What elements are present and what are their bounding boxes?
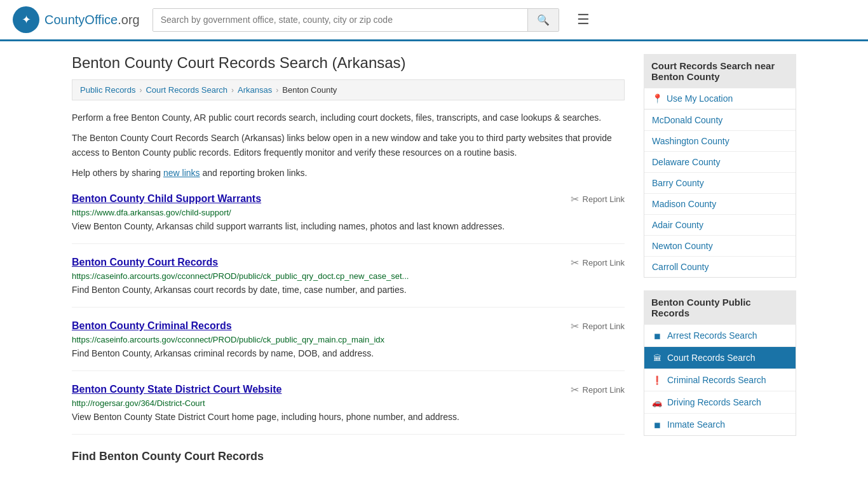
rec-icon-0: ◼: [652, 331, 662, 341]
use-location-link[interactable]: 📍 Use My Location: [644, 88, 796, 109]
rec-label-4: Inmate Search: [667, 419, 725, 430]
public-records-section: Benton County Public Records ◼ Arrest Re…: [644, 290, 796, 436]
rec-icon-2: ❗: [652, 376, 662, 385]
result-item: Benton County Court Records ✂ Report Lin…: [72, 257, 625, 308]
rec-icon-1: 🏛: [652, 353, 662, 363]
public-record-link-2[interactable]: ❗ Criminal Records Search: [644, 369, 796, 391]
result-url-1[interactable]: https://caseinfo.arcourts.gov/cconnect/P…: [72, 271, 625, 281]
result-title-2[interactable]: Benton County Criminal Records: [72, 320, 232, 332]
result-header: Benton County Court Records ✂ Report Lin…: [72, 257, 625, 269]
public-record-link-1[interactable]: 🏛 Court Records Search: [644, 347, 796, 369]
location-icon: 📍: [652, 93, 663, 104]
nearby-section: Court Records Search near Benton County …: [644, 54, 796, 278]
nearby-county-link-1[interactable]: Washington County: [644, 131, 796, 151]
result-desc-3: View Benton County State District Court …: [72, 410, 625, 424]
nearby-county-link-6[interactable]: Newton County: [644, 236, 796, 256]
report-link-label: Report Link: [583, 194, 625, 204]
rec-icon-4: ◼: [652, 420, 662, 430]
report-link-button-3[interactable]: ✂ Report Link: [571, 384, 625, 396]
nearby-county-item[interactable]: McDonald County: [644, 110, 796, 131]
sidebar: Court Records Search near Benton County …: [644, 54, 796, 463]
public-record-item[interactable]: ◼ Inmate Search: [644, 414, 796, 435]
result-header: Benton County Criminal Records ✂ Report …: [72, 320, 625, 332]
breadcrumb-sep-2: ›: [231, 86, 234, 95]
nearby-county-item[interactable]: Adair County: [644, 215, 796, 236]
nearby-county-item[interactable]: Carroll County: [644, 257, 796, 277]
use-location-label: Use My Location: [667, 93, 733, 104]
nearby-county-link-2[interactable]: Delaware County: [644, 152, 796, 172]
site-logo[interactable]: ✦ CountyOffice.org: [13, 6, 140, 33]
nearby-county-item[interactable]: Newton County: [644, 236, 796, 257]
report-icon: ✂: [571, 320, 579, 332]
result-header: Benton County State District Court Websi…: [72, 384, 625, 396]
breadcrumb-benton: Benton County: [282, 85, 337, 95]
public-record-item[interactable]: ❗ Criminal Records Search: [644, 369, 796, 391]
breadcrumb-court-records[interactable]: Court Records Search: [146, 85, 227, 95]
report-icon: ✂: [571, 257, 579, 269]
result-item: Benton County State District Court Websi…: [72, 384, 625, 435]
report-icon: ✂: [571, 384, 579, 396]
result-url-2[interactable]: https://caseinfo.arcourts.gov/cconnect/P…: [72, 335, 625, 344]
result-desc-0: View Benton County, Arkansas child suppo…: [72, 220, 625, 233]
nearby-county-link-5[interactable]: Adair County: [644, 215, 796, 235]
public-record-item[interactable]: ◼ Arrest Records Search: [644, 325, 796, 347]
public-record-item[interactable]: 🏛 Court Records Search: [644, 347, 796, 369]
result-item: Benton County Child Support Warrants ✂ R…: [72, 193, 625, 244]
search-bar: 🔍: [153, 8, 559, 32]
logo-label: CountyOffice.org: [44, 13, 140, 27]
nearby-county-link-4[interactable]: Madison County: [644, 194, 796, 214]
description-2: The Benton County Court Records Search (…: [72, 131, 625, 159]
search-icon: 🔍: [537, 15, 550, 25]
public-record-link-0[interactable]: ◼ Arrest Records Search: [644, 325, 796, 346]
nearby-county-link-3[interactable]: Barry County: [644, 173, 796, 193]
rec-label-2: Criminal Records Search: [667, 375, 766, 385]
nearby-title: Court Records Search near Benton County: [644, 54, 796, 88]
menu-button[interactable]: ☰: [572, 9, 595, 30]
result-desc-1: Find Benton County, Arkansas court recor…: [72, 283, 625, 297]
report-link-label: Report Link: [583, 385, 625, 395]
rec-label-3: Driving Records Search: [667, 397, 761, 407]
breadcrumb-sep-3: ›: [276, 86, 278, 95]
result-title-1[interactable]: Benton County Court Records: [72, 257, 218, 268]
result-title-3[interactable]: Benton County State District Court Websi…: [72, 384, 281, 395]
rec-icon-3: 🚗: [652, 398, 662, 407]
public-record-link-3[interactable]: 🚗 Driving Records Search: [644, 391, 796, 413]
content-area: Benton County Court Records Search (Arka…: [72, 54, 625, 463]
public-record-link-4[interactable]: ◼ Inmate Search: [644, 414, 796, 435]
report-link-button-1[interactable]: ✂ Report Link: [571, 257, 625, 269]
report-link-button-2[interactable]: ✂ Report Link: [571, 320, 625, 332]
results-container: Benton County Child Support Warrants ✂ R…: [72, 193, 625, 435]
find-heading: Find Benton County Court Records: [72, 450, 625, 463]
nearby-county-link-7[interactable]: Carroll County: [644, 257, 796, 277]
report-link-button-0[interactable]: ✂ Report Link: [571, 193, 625, 205]
result-header: Benton County Child Support Warrants ✂ R…: [72, 193, 625, 205]
nearby-county-item[interactable]: Delaware County: [644, 152, 796, 173]
breadcrumb-sep-1: ›: [139, 86, 142, 95]
result-title-0[interactable]: Benton County Child Support Warrants: [72, 193, 261, 205]
description-1: Perform a free Benton County, AR public …: [72, 111, 625, 125]
report-link-label: Report Link: [583, 258, 625, 268]
public-record-item[interactable]: 🚗 Driving Records Search: [644, 391, 796, 414]
nearby-list: 📍 Use My Location McDonald CountyWashing…: [644, 88, 796, 278]
page-title: Benton County Court Records Search (Arka…: [72, 54, 625, 72]
description-3: Help others by sharing new links and rep…: [72, 166, 625, 180]
public-records-title: Benton County Public Records: [644, 290, 796, 325]
main-container: Benton County Court Records Search (Arka…: [53, 41, 815, 476]
result-url-0[interactable]: https://www.dfa.arkansas.gov/child-suppo…: [72, 208, 625, 217]
nearby-county-item[interactable]: Barry County: [644, 173, 796, 194]
logo-icon: ✦: [13, 6, 39, 33]
search-button[interactable]: 🔍: [527, 9, 559, 31]
nearby-county-link-0[interactable]: McDonald County: [644, 110, 796, 130]
breadcrumb-arkansas[interactable]: Arkansas: [238, 85, 272, 95]
rec-label-1: Court Records Search: [667, 353, 756, 363]
search-input[interactable]: [153, 9, 527, 31]
use-location-item[interactable]: 📍 Use My Location: [644, 88, 796, 110]
result-url-3[interactable]: http://rogersar.gov/364/District-Court: [72, 398, 625, 408]
result-item: Benton County Criminal Records ✂ Report …: [72, 320, 625, 371]
nearby-county-item[interactable]: Washington County: [644, 131, 796, 152]
breadcrumb-public-records[interactable]: Public Records: [80, 85, 135, 95]
site-header: ✦ CountyOffice.org 🔍 ☰: [0, 0, 868, 41]
report-link-label: Report Link: [583, 322, 625, 331]
nearby-county-item[interactable]: Madison County: [644, 194, 796, 215]
new-links-link[interactable]: new links: [163, 168, 200, 178]
